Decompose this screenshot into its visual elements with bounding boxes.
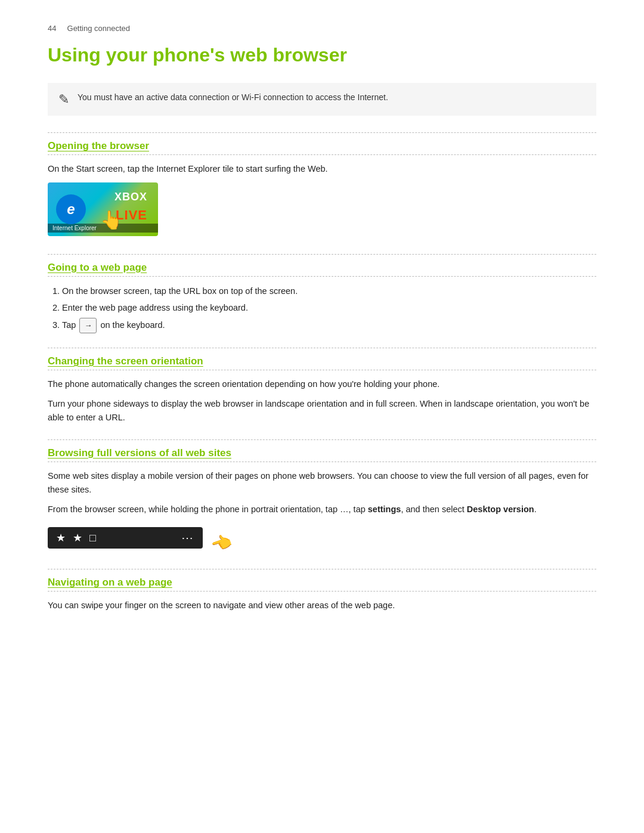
hand-pointer-icon: 👈 — [208, 531, 234, 556]
bar-icon-star: ★ — [56, 531, 66, 544]
bar-icon-star2: ★ — [73, 531, 82, 544]
browsing-full-para-2: From the browser screen, while holding t… — [48, 503, 596, 516]
settings-label: settings — [368, 504, 401, 514]
opening-browser-para: On the Start screen, tap the Internet Ex… — [48, 162, 596, 176]
browser-screenshot-image: e XBOX LIVE Internet Explorer 👆 — [48, 182, 158, 236]
section-title-browsing-full: Browsing full versions of all web sites — [48, 447, 596, 459]
section-title-going-web-page: Going to a web page — [48, 262, 596, 274]
note-text: You must have an active data connection … — [78, 91, 388, 104]
orientation-para-1: The phone automatically changes the scre… — [48, 377, 596, 391]
page-section-label: Getting connected — [67, 24, 131, 33]
section-opening-browser: Opening the browser On the Start screen,… — [48, 132, 596, 251]
browser-bar-mockup-row: ★ ★ □ ⋯ 👈 — [48, 522, 596, 553]
hand-tap-icon: 👆 — [100, 209, 122, 230]
section-title-opening-browser: Opening the browser — [48, 140, 596, 152]
section-navigating-web-page: Navigating on a web page You can swipe y… — [48, 569, 596, 624]
section-changing-orientation: Changing the screen orientation The phon… — [48, 348, 596, 437]
bar-icon-tab: □ — [89, 532, 96, 544]
going-web-page-list: On the browser screen, tap the URL box o… — [62, 284, 596, 334]
section-body-browsing-full: Some web sites display a mobile version … — [48, 469, 596, 567]
section-title-changing-orientation: Changing the screen orientation — [48, 355, 596, 367]
note-icon: ✎ — [58, 92, 69, 107]
navigating-para-1: You can swipe your finger on the screen … — [48, 599, 596, 612]
desktop-version-label: Desktop version — [467, 504, 534, 514]
page-number-line: 44 Getting connected — [48, 24, 596, 33]
page-title: Using your phone's web browser — [48, 44, 596, 66]
section-body-changing-orientation: The phone automatically changes the scre… — [48, 377, 596, 437]
bar-dots: ⋯ — [181, 531, 194, 545]
ie-icon: e — [56, 194, 86, 224]
section-body-going-web-page: On the browser screen, tap the URL box o… — [48, 284, 596, 346]
page-number: 44 — [48, 24, 56, 33]
list-item: Tap → on the keyboard. — [62, 318, 596, 333]
section-title-navigating: Navigating on a web page — [48, 577, 596, 589]
key-arrow: → — [79, 318, 97, 333]
section-going-to-web-page: Going to a web page On the browser scree… — [48, 254, 596, 346]
section-body-opening-browser: On the Start screen, tap the Internet Ex… — [48, 162, 596, 251]
list-item: Enter the web page address using the key… — [62, 301, 596, 315]
list-item: On the browser screen, tap the URL box o… — [62, 284, 596, 299]
browsing-full-para-1: Some web sites display a mobile version … — [48, 469, 596, 497]
section-browsing-full-versions: Browsing full versions of all web sites … — [48, 439, 596, 567]
browser-bar-image: ★ ★ □ ⋯ — [48, 527, 203, 549]
orientation-para-2: Turn your phone sideways to display the … — [48, 397, 596, 425]
xbox-text: XBOX — [114, 191, 147, 203]
note-box: ✎ You must have an active data connectio… — [48, 83, 596, 116]
section-body-navigating: You can swipe your finger on the screen … — [48, 599, 596, 624]
